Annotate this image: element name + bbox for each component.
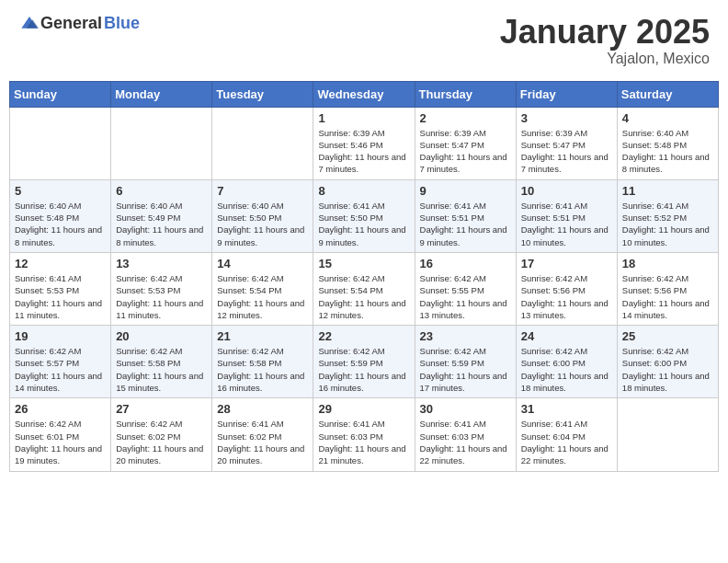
calendar-cell: 28Sunrise: 6:41 AM Sunset: 6:02 PM Dayli…	[212, 398, 313, 471]
day-number: 11	[622, 184, 713, 198]
day-number: 22	[318, 329, 409, 343]
calendar-cell: 15Sunrise: 6:42 AM Sunset: 5:54 PM Dayli…	[313, 252, 415, 325]
calendar-cell	[10, 107, 111, 179]
calendar-cell: 10Sunrise: 6:41 AM Sunset: 5:51 PM Dayli…	[516, 179, 617, 252]
day-detail: Sunrise: 6:39 AM Sunset: 5:47 PM Dayligh…	[420, 127, 511, 176]
page-header: General Blue January 2025 Yajalon, Mexic…	[9, 9, 719, 72]
day-number: 18	[622, 257, 713, 270]
weekday-header-wednesday: Wednesday	[313, 81, 415, 107]
weekday-header-tuesday: Tuesday	[212, 81, 313, 107]
calendar-cell: 11Sunrise: 6:41 AM Sunset: 5:52 PM Dayli…	[617, 179, 718, 252]
logo: General Blue	[18, 14, 140, 33]
day-detail: Sunrise: 6:41 AM Sunset: 5:53 PM Dayligh…	[15, 272, 106, 321]
calendar-week-row: 12Sunrise: 6:41 AM Sunset: 5:53 PM Dayli…	[10, 252, 719, 325]
day-number: 21	[217, 329, 308, 343]
day-detail: Sunrise: 6:39 AM Sunset: 5:47 PM Dayligh…	[521, 127, 612, 176]
day-number: 5	[15, 184, 106, 198]
day-detail: Sunrise: 6:40 AM Sunset: 5:50 PM Dayligh…	[217, 200, 308, 248]
weekday-header-row: SundayMondayTuesdayWednesdayThursdayFrid…	[10, 81, 719, 107]
day-number: 26	[15, 402, 106, 416]
day-detail: Sunrise: 6:42 AM Sunset: 5:59 PM Dayligh…	[318, 345, 409, 394]
calendar-cell: 18Sunrise: 6:42 AM Sunset: 5:56 PM Dayli…	[617, 252, 718, 325]
day-detail: Sunrise: 6:42 AM Sunset: 5:57 PM Dayligh…	[15, 345, 106, 394]
calendar-cell: 1Sunrise: 6:39 AM Sunset: 5:46 PM Daylig…	[313, 107, 415, 179]
calendar-cell: 9Sunrise: 6:41 AM Sunset: 5:51 PM Daylig…	[415, 179, 516, 252]
calendar-cell: 22Sunrise: 6:42 AM Sunset: 5:59 PM Dayli…	[313, 326, 415, 398]
day-number: 13	[116, 257, 207, 270]
calendar-week-row: 1Sunrise: 6:39 AM Sunset: 5:46 PM Daylig…	[10, 107, 719, 179]
day-detail: Sunrise: 6:42 AM Sunset: 5:58 PM Dayligh…	[217, 345, 308, 394]
day-detail: Sunrise: 6:41 AM Sunset: 5:51 PM Dayligh…	[420, 200, 511, 248]
day-detail: Sunrise: 6:42 AM Sunset: 5:54 PM Dayligh…	[318, 272, 409, 321]
calendar-cell: 23Sunrise: 6:42 AM Sunset: 5:59 PM Dayli…	[415, 326, 516, 398]
calendar-cell: 8Sunrise: 6:41 AM Sunset: 5:50 PM Daylig…	[313, 179, 415, 252]
day-detail: Sunrise: 6:41 AM Sunset: 5:52 PM Dayligh…	[622, 200, 713, 248]
calendar-week-row: 5Sunrise: 6:40 AM Sunset: 5:48 PM Daylig…	[10, 179, 719, 252]
day-detail: Sunrise: 6:42 AM Sunset: 6:00 PM Dayligh…	[622, 345, 713, 394]
calendar-cell: 20Sunrise: 6:42 AM Sunset: 5:58 PM Dayli…	[111, 326, 212, 398]
day-detail: Sunrise: 6:42 AM Sunset: 6:02 PM Dayligh…	[116, 418, 207, 466]
day-number: 6	[116, 184, 207, 198]
day-number: 31	[521, 402, 612, 416]
calendar-table: SundayMondayTuesdayWednesdayThursdayFrid…	[9, 81, 719, 472]
day-detail: Sunrise: 6:42 AM Sunset: 5:55 PM Dayligh…	[420, 272, 511, 321]
day-number: 7	[217, 184, 308, 198]
day-detail: Sunrise: 6:40 AM Sunset: 5:48 PM Dayligh…	[15, 200, 106, 248]
day-detail: Sunrise: 6:42 AM Sunset: 5:56 PM Dayligh…	[521, 272, 612, 321]
calendar-cell: 16Sunrise: 6:42 AM Sunset: 5:55 PM Dayli…	[415, 252, 516, 325]
calendar-cell: 26Sunrise: 6:42 AM Sunset: 6:01 PM Dayli…	[10, 398, 111, 471]
day-number: 30	[420, 402, 511, 416]
day-detail: Sunrise: 6:41 AM Sunset: 5:51 PM Dayligh…	[521, 200, 612, 248]
calendar-cell: 19Sunrise: 6:42 AM Sunset: 5:57 PM Dayli…	[10, 326, 111, 398]
day-number: 16	[420, 257, 511, 270]
calendar-cell: 24Sunrise: 6:42 AM Sunset: 6:00 PM Dayli…	[516, 326, 617, 398]
calendar-cell: 2Sunrise: 6:39 AM Sunset: 5:47 PM Daylig…	[415, 107, 516, 179]
day-detail: Sunrise: 6:42 AM Sunset: 5:59 PM Dayligh…	[420, 345, 511, 394]
day-number: 24	[521, 329, 612, 343]
day-number: 28	[217, 402, 308, 416]
calendar-cell: 14Sunrise: 6:42 AM Sunset: 5:54 PM Dayli…	[212, 252, 313, 325]
weekday-header-saturday: Saturday	[617, 81, 718, 107]
day-detail: Sunrise: 6:42 AM Sunset: 6:01 PM Dayligh…	[15, 418, 106, 466]
location-title: Yajalon, Mexico	[500, 51, 710, 67]
day-number: 14	[217, 257, 308, 270]
calendar-cell: 4Sunrise: 6:40 AM Sunset: 5:48 PM Daylig…	[617, 107, 718, 179]
day-detail: Sunrise: 6:41 AM Sunset: 5:50 PM Dayligh…	[318, 200, 409, 248]
month-title: January 2025	[500, 14, 710, 51]
calendar-cell: 29Sunrise: 6:41 AM Sunset: 6:03 PM Dayli…	[313, 398, 415, 471]
calendar-cell: 31Sunrise: 6:41 AM Sunset: 6:04 PM Dayli…	[516, 398, 617, 471]
calendar-week-row: 26Sunrise: 6:42 AM Sunset: 6:01 PM Dayli…	[10, 398, 719, 471]
calendar-cell: 21Sunrise: 6:42 AM Sunset: 5:58 PM Dayli…	[212, 326, 313, 398]
logo-general: General	[40, 14, 102, 33]
calendar-cell: 6Sunrise: 6:40 AM Sunset: 5:49 PM Daylig…	[111, 179, 212, 252]
calendar-cell: 25Sunrise: 6:42 AM Sunset: 6:00 PM Dayli…	[617, 326, 718, 398]
weekday-header-thursday: Thursday	[415, 81, 516, 107]
day-detail: Sunrise: 6:40 AM Sunset: 5:48 PM Dayligh…	[622, 127, 713, 176]
day-detail: Sunrise: 6:42 AM Sunset: 5:56 PM Dayligh…	[622, 272, 713, 321]
calendar-cell	[617, 398, 718, 471]
day-number: 9	[420, 184, 511, 198]
calendar-week-row: 19Sunrise: 6:42 AM Sunset: 5:57 PM Dayli…	[10, 326, 719, 398]
day-number: 4	[622, 111, 713, 125]
day-detail: Sunrise: 6:41 AM Sunset: 6:03 PM Dayligh…	[420, 418, 511, 466]
title-block: January 2025 Yajalon, Mexico	[500, 14, 710, 67]
day-number: 15	[318, 257, 409, 270]
calendar-cell: 13Sunrise: 6:42 AM Sunset: 5:53 PM Dayli…	[111, 252, 212, 325]
day-number: 25	[622, 329, 713, 343]
day-number: 1	[318, 111, 409, 125]
calendar-cell	[212, 107, 313, 179]
weekday-header-friday: Friday	[516, 81, 617, 107]
calendar-cell: 12Sunrise: 6:41 AM Sunset: 5:53 PM Dayli…	[10, 252, 111, 325]
calendar-cell: 5Sunrise: 6:40 AM Sunset: 5:48 PM Daylig…	[10, 179, 111, 252]
day-number: 27	[116, 402, 207, 416]
day-number: 3	[521, 111, 612, 125]
day-number: 20	[116, 329, 207, 343]
day-detail: Sunrise: 6:42 AM Sunset: 5:58 PM Dayligh…	[116, 345, 207, 394]
day-number: 17	[521, 257, 612, 270]
day-detail: Sunrise: 6:42 AM Sunset: 5:54 PM Dayligh…	[217, 272, 308, 321]
calendar-cell	[111, 107, 212, 179]
day-detail: Sunrise: 6:41 AM Sunset: 6:04 PM Dayligh…	[521, 418, 612, 466]
day-number: 23	[420, 329, 511, 343]
day-number: 10	[521, 184, 612, 198]
logo-icon	[20, 15, 39, 33]
